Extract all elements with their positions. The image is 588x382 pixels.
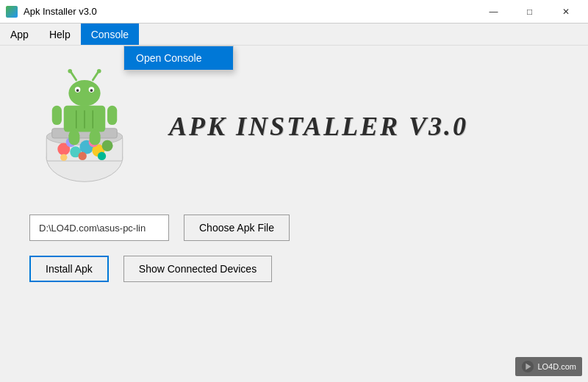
minimize-button[interactable]: —: [477, 0, 510, 24]
title-bar: Apk Installer v3.0 — □ ✕: [0, 0, 588, 24]
svg-rect-25: [107, 106, 117, 125]
console-dropdown: Open Console: [123, 46, 234, 71]
svg-line-19: [71, 72, 76, 80]
app-icon: [6, 6, 18, 18]
svg-point-17: [76, 89, 79, 92]
watermark-text: LO4D.com: [537, 362, 576, 371]
app-title: APK INSTALLER V3.0: [169, 111, 468, 142]
menu-item-console[interactable]: Console: [81, 24, 139, 45]
svg-rect-27: [90, 130, 101, 145]
controls-row-2: Install Apk Show Connected Devices: [29, 256, 559, 282]
svg-rect-24: [52, 106, 62, 125]
svg-point-12: [98, 152, 106, 160]
controls-row-1: Choose Apk File: [29, 215, 559, 241]
svg-line-21: [93, 72, 98, 80]
watermark: LO4D.com: [515, 357, 582, 376]
close-button[interactable]: ✕: [549, 0, 582, 24]
svg-rect-14: [68, 80, 100, 107]
svg-point-22: [97, 69, 101, 73]
svg-point-8: [102, 140, 113, 151]
menu-item-help[interactable]: Help: [39, 24, 81, 45]
svg-point-20: [68, 69, 72, 73]
window-title: Apk Installer v3.0: [24, 6, 471, 17]
choose-apk-button[interactable]: Choose Apk File: [184, 215, 290, 241]
svg-point-11: [79, 152, 87, 160]
maximize-button[interactable]: □: [513, 0, 546, 24]
watermark-icon: [521, 360, 534, 373]
main-content: APK INSTALLER V3.0 Choose Apk File Insta…: [0, 46, 588, 382]
window-controls: — □ ✕: [477, 0, 582, 24]
menu-item-app[interactable]: App: [0, 24, 39, 45]
menu-bar: App Help Console Open Console: [0, 24, 588, 46]
install-apk-button[interactable]: Install Apk: [29, 256, 109, 282]
app-header: APK INSTALLER V3.0: [29, 68, 559, 185]
android-figure: [29, 68, 147, 185]
svg-point-18: [90, 89, 93, 92]
android-svg: [29, 68, 140, 185]
show-devices-button[interactable]: Show Connected Devices: [123, 256, 272, 282]
svg-point-13: [60, 154, 67, 161]
dropdown-item-open-console[interactable]: Open Console: [124, 46, 233, 70]
svg-rect-26: [68, 130, 79, 145]
apk-path-field[interactable]: [29, 215, 169, 241]
